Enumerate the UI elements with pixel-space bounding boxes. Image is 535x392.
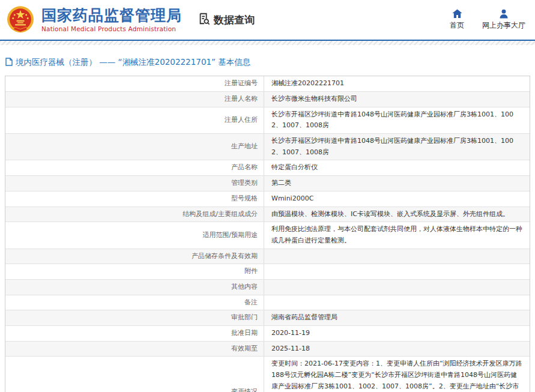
row-value: 2025-11-18 — [264, 342, 530, 357]
table-row: 其他内容 — [5, 279, 530, 295]
table-row: 附件 — [5, 264, 530, 279]
nav-service-hall[interactable]: 网上办事大厅 — [482, 9, 525, 31]
site-subtitle: National Medical Products Administration — [41, 25, 182, 32]
hatch-strip — [0, 41, 535, 45]
header-nav: 首页 网上办事大厅 — [450, 9, 529, 31]
row-label: 型号规格 — [5, 191, 264, 207]
document-search-icon — [198, 12, 211, 28]
row-value — [264, 295, 530, 310]
data-query-label: 数据查询 — [214, 13, 255, 27]
nav-home[interactable]: 首页 — [450, 9, 464, 31]
row-label: 注册人住所 — [5, 107, 264, 133]
row-label: 注册人名称 — [5, 92, 264, 107]
row-label: 适用范围/预期用途 — [5, 222, 264, 248]
table-row: 产品储存条件及有效期 — [5, 249, 530, 264]
row-label: 产品储存条件及有效期 — [5, 249, 264, 264]
site-title: 国家药品监督管理局 — [41, 7, 182, 24]
nav-home-label: 首页 — [450, 20, 464, 31]
row-value: 利用免疫比浊法原理，与本公司配套试剂共同使用，对人体液体生物样本中特定的一种或几… — [264, 222, 530, 248]
row-label: 产品名称 — [5, 160, 264, 175]
row-value: 特定蛋白分析仪 — [264, 160, 530, 175]
table-row: 结构及组成/主要组成成分 由预温模块、检测体模块、IC卡读写模块、嵌入式系统及显… — [5, 207, 530, 222]
breadcrumb: 境内医疗器械（注册） —— “湘械注准20202221701” 基本信息 — [5, 57, 535, 68]
row-label: 管理类别 — [5, 176, 264, 191]
national-emblem-logo — [5, 4, 36, 35]
row-value: 由预温模块、检测体模块、IC卡读写模块、嵌入式系统及显示屏、外壳组件组成。 — [264, 207, 530, 222]
table-row: 注册人住所 长沙市开福区沙坪街道中青路1048号山河医药健康产业园标准厂房3栋1… — [5, 107, 530, 133]
row-value — [264, 264, 530, 279]
table-row: 批准日期 2020-11-19 — [5, 325, 530, 341]
row-value: 长沙市开福区沙坪街道中青路1048号山河医药健康产业园标准厂房3栋1001、10… — [264, 134, 530, 160]
row-label: 批准日期 — [5, 326, 264, 341]
row-value: 2020-11-19 — [264, 326, 530, 341]
header: 国家药品监督管理局 National Medical Products Admi… — [0, 0, 535, 40]
row-label: 生产地址 — [5, 134, 264, 160]
row-label: 注册证编号 — [5, 76, 264, 91]
table-row: 备注 — [5, 295, 530, 310]
row-value — [264, 280, 530, 295]
row-value: Wmini2000C — [264, 191, 530, 207]
table-row: 型号规格 Wmini2000C — [5, 191, 530, 207]
row-label: 结构及组成/主要组成成分 — [5, 207, 264, 222]
table-row: 适用范围/预期用途 利用免疫比浊法原理，与本公司配套试剂共同使用，对人体液体生物… — [5, 222, 530, 248]
row-value: 湘械注准20202221701 — [264, 76, 530, 91]
row-value: 变更时间：2021-06-17变更内容：1、变更申请人住所由“浏阳经济技术开发区… — [264, 357, 530, 392]
document-icon — [5, 58, 13, 68]
row-label: 有效期至 — [5, 342, 264, 357]
row-label: 附件 — [5, 264, 264, 279]
row-label: 备注 — [5, 295, 264, 310]
row-label: 审批部门 — [5, 310, 264, 325]
row-label: 变更情况 — [5, 357, 264, 392]
row-label: 其他内容 — [5, 280, 264, 295]
table-row: 生产地址 长沙市开福区沙坪街道中青路1048号山河医药健康产业园标准厂房3栋10… — [5, 133, 530, 160]
person-icon — [499, 9, 509, 19]
table-row-change-history: 变更情况 变更时间：2021-06-17变更内容：1、变更申请人住所由“浏阳经济… — [5, 356, 530, 392]
row-value: 第二类 — [264, 176, 530, 191]
table-row: 注册人名称 长沙市微米生物科技有限公司 — [5, 91, 530, 107]
table-row: 有效期至 2025-11-18 — [5, 341, 530, 357]
row-value: 湖南省药品监督管理局 — [264, 310, 530, 325]
row-value — [264, 249, 530, 264]
data-query-tab[interactable]: 数据查询 — [198, 12, 255, 28]
table-row: 审批部门 湖南省药品监督管理局 — [5, 310, 530, 325]
breadcrumb-text: 境内医疗器械（注册） —— “湘械注准20202221701” 基本信息 — [16, 57, 250, 68]
brand-block: 国家药品监督管理局 National Medical Products Admi… — [41, 7, 182, 32]
table-row: 管理类别 第二类 — [5, 175, 530, 191]
table-row: 注册证编号 湘械注准20202221701 — [5, 76, 530, 91]
nav-service-hall-label: 网上办事大厅 — [482, 20, 525, 31]
registration-info-table: 注册证编号 湘械注准20202221701 注册人名称 长沙市微米生物科技有限公… — [5, 76, 530, 392]
home-icon — [452, 9, 462, 19]
row-value: 长沙市微米生物科技有限公司 — [264, 92, 530, 107]
table-row: 产品名称 特定蛋白分析仪 — [5, 160, 530, 175]
row-value: 长沙市开福区沙坪街道中青路1048号山河医药健康产业园标准厂房3栋1001、10… — [264, 107, 530, 133]
